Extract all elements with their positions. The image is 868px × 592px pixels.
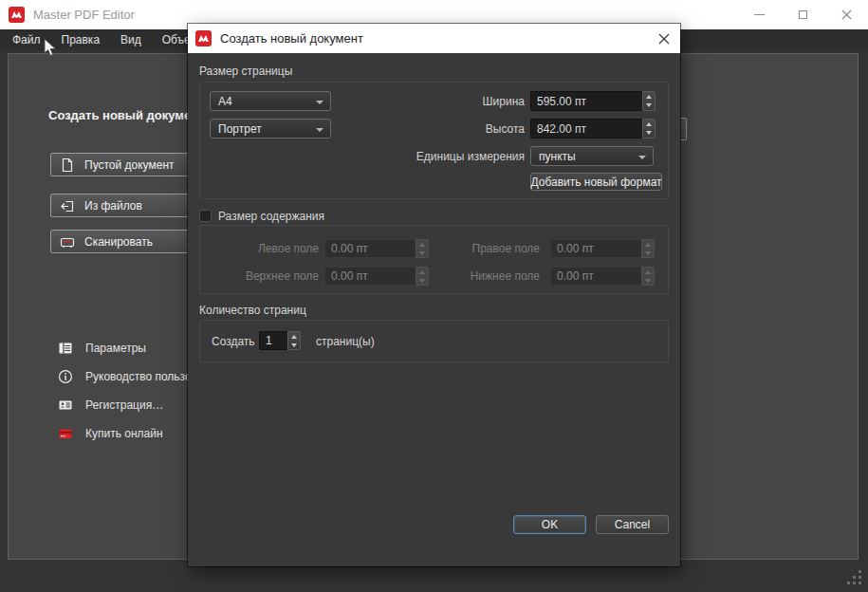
paper-format-select[interactable]: A4 bbox=[210, 91, 331, 111]
chevron-down-icon bbox=[316, 128, 323, 132]
right-margin-field bbox=[550, 239, 655, 258]
spin-up-icon[interactable] bbox=[643, 120, 655, 129]
dialog-titlebar: Создать новый документ bbox=[188, 24, 680, 53]
left-margin-label: Левое поле bbox=[212, 239, 319, 258]
new-document-dialog: Создать новый документ Размер страницы A… bbox=[188, 24, 680, 566]
right-margin-input bbox=[550, 239, 641, 258]
width-input[interactable] bbox=[530, 91, 642, 111]
spin-up-icon bbox=[416, 240, 428, 249]
page-count-spinner[interactable] bbox=[287, 331, 301, 350]
dialog-title: Создать новый документ bbox=[220, 31, 363, 46]
scan-icon bbox=[60, 234, 75, 250]
maximize-icon bbox=[799, 10, 807, 19]
registration-icon bbox=[58, 398, 73, 413]
spin-up-icon[interactable] bbox=[288, 332, 300, 341]
left-margin-input bbox=[324, 239, 416, 258]
width-spinner[interactable] bbox=[642, 91, 656, 111]
minimize-button[interactable] bbox=[737, 0, 781, 29]
app-logo-icon bbox=[9, 7, 25, 23]
from-files-label: Из файлов bbox=[84, 199, 142, 213]
bottom-margin-input bbox=[550, 267, 641, 286]
spin-down-icon[interactable] bbox=[288, 341, 300, 349]
dialog-close-icon bbox=[658, 33, 670, 45]
spin-up-icon bbox=[642, 268, 654, 276]
ok-button-label: OK bbox=[542, 518, 558, 531]
units-select[interactable]: пункты bbox=[530, 146, 654, 166]
info-icon bbox=[58, 369, 73, 384]
height-input[interactable] bbox=[530, 119, 642, 139]
spin-up-icon[interactable] bbox=[643, 92, 655, 102]
dialog-close-button[interactable] bbox=[656, 31, 672, 46]
spin-down-icon bbox=[642, 249, 654, 257]
top-margin-field bbox=[324, 267, 429, 286]
bottom-margin-label: Нижнее поле bbox=[433, 267, 540, 286]
minimize-icon bbox=[754, 14, 765, 15]
spin-down-icon bbox=[642, 276, 654, 285]
welcome-heading: Создать новый документ bbox=[48, 108, 204, 122]
settings-icon bbox=[58, 341, 73, 356]
scan-label: Сканировать bbox=[84, 235, 153, 249]
link-registration-label: Регистрация… bbox=[85, 398, 163, 412]
add-format-button[interactable]: Добавить новый формат bbox=[530, 173, 662, 191]
spin-up-icon bbox=[642, 240, 654, 249]
page-count-group: Создать страниц(ы) bbox=[199, 320, 669, 362]
blank-document-icon bbox=[60, 157, 75, 173]
spin-down-icon[interactable] bbox=[643, 129, 655, 139]
buy-online-icon bbox=[58, 426, 73, 441]
maximize-button[interactable] bbox=[781, 0, 824, 29]
right-margin-label: Правое поле bbox=[433, 239, 540, 258]
page-count-section-label: Количество страниц bbox=[199, 304, 306, 317]
top-margin-label: Верхнее поле bbox=[212, 267, 319, 286]
link-settings[interactable]: Параметры bbox=[58, 340, 146, 357]
page-count-field bbox=[259, 331, 301, 350]
close-button[interactable] bbox=[824, 0, 868, 29]
page-size-group: A4 Портрет Ширина Высота bbox=[199, 82, 669, 199]
window-controls bbox=[737, 0, 868, 29]
link-registration[interactable]: Регистрация… bbox=[58, 397, 163, 414]
dialog-logo-icon bbox=[195, 30, 212, 46]
paper-format-value: A4 bbox=[218, 95, 232, 108]
chevron-down-icon bbox=[638, 156, 646, 159]
width-label: Ширина bbox=[382, 91, 525, 111]
link-buy-online[interactable]: Купить онлайн bbox=[58, 425, 163, 442]
close-icon bbox=[841, 9, 852, 20]
spin-down-icon[interactable] bbox=[643, 102, 655, 111]
content-size-section-label: Размер содержания bbox=[218, 210, 324, 223]
top-margin-spinner bbox=[416, 267, 429, 286]
link-buy-online-label: Купить онлайн bbox=[85, 427, 163, 440]
height-label: Высота bbox=[382, 119, 525, 139]
menu-item-edit[interactable]: Правка bbox=[51, 30, 111, 49]
chevron-down-icon bbox=[316, 101, 323, 104]
spin-down-icon bbox=[416, 276, 428, 285]
orientation-value: Портрет bbox=[218, 122, 262, 136]
resize-grip[interactable] bbox=[847, 570, 862, 585]
page-count-input[interactable] bbox=[259, 331, 287, 350]
page-size-section-label: Размер страницы bbox=[199, 65, 292, 78]
ok-button[interactable]: OK bbox=[513, 515, 586, 534]
menu-item-file[interactable]: Файл bbox=[2, 30, 51, 49]
app-title: Master PDF Editor bbox=[33, 8, 135, 22]
orientation-select[interactable]: Портрет bbox=[210, 119, 331, 139]
bottom-margin-field bbox=[550, 267, 655, 286]
content-size-checkbox[interactable] bbox=[199, 210, 212, 222]
right-margin-spinner bbox=[641, 239, 655, 258]
content-size-group: Левое поле Правое поле Верхнее поле bbox=[199, 225, 669, 294]
left-margin-field bbox=[324, 239, 429, 258]
menu-item-view[interactable]: Вид bbox=[110, 30, 152, 49]
height-field bbox=[530, 119, 656, 139]
units-value: пункты bbox=[539, 150, 576, 163]
left-margin-spinner bbox=[416, 239, 429, 258]
add-format-label: Добавить новый формат bbox=[530, 176, 661, 189]
app-window: Master PDF Editor Файл Правка Вид Объект… bbox=[0, 0, 868, 592]
height-spinner[interactable] bbox=[642, 119, 656, 139]
from-files-icon bbox=[60, 198, 75, 213]
units-label: Единицы измерения bbox=[363, 146, 525, 166]
cancel-button[interactable]: Cancel bbox=[596, 515, 669, 534]
top-margin-input bbox=[324, 267, 416, 286]
cancel-button-label: Cancel bbox=[615, 518, 650, 531]
blank-document-label: Пустой документ bbox=[84, 158, 175, 172]
link-settings-label: Параметры bbox=[85, 342, 146, 355]
create-label: Создать bbox=[212, 335, 255, 348]
spin-up-icon bbox=[416, 268, 428, 276]
width-field bbox=[530, 91, 656, 111]
